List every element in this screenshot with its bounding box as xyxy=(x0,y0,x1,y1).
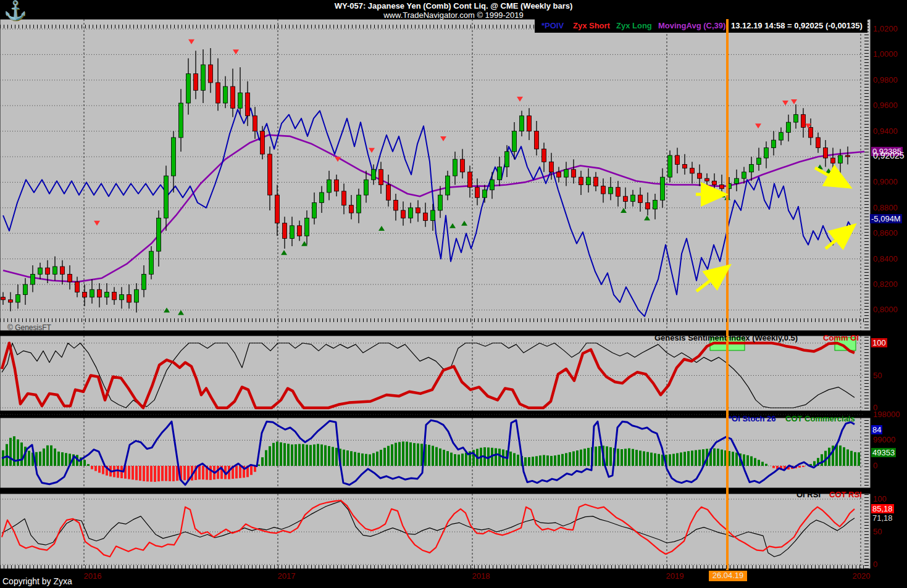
oi-stoch-axis-label: 198000 xyxy=(873,410,900,419)
legend-quote: 13.12.19 14:58 = 0,92025 (-0,00135) xyxy=(731,21,863,30)
oi-rsi-title[interactable]: OI RSI xyxy=(796,490,821,499)
comm-oi-title[interactable]: Comm OI xyxy=(823,333,859,342)
year-label: 2020 xyxy=(843,571,880,581)
genesis-anchor-logo-icon: ⚓ xyxy=(4,0,27,21)
oi-stoch-title[interactable]: *OI Stoch 26 xyxy=(729,414,776,423)
price-axis-label: 0,9400 xyxy=(873,126,898,136)
cot-rsi-title[interactable]: COT RSI xyxy=(829,490,862,499)
oi-stoch-axis-label: 99000 xyxy=(873,435,895,444)
sentiment-axis-badge: 100 xyxy=(871,338,887,347)
sentiment-axis-label: 50 xyxy=(873,371,882,380)
price-axis-label: 0,8800 xyxy=(873,203,898,212)
price-axis-label: 0,9000 xyxy=(873,177,898,186)
price-axis-label: 0,9600 xyxy=(873,101,898,110)
trade-navigator-window: { "header": { "title": "WY-057: Japanese… xyxy=(0,0,907,588)
main-bottom-tick-strip xyxy=(0,318,864,322)
cot-commercials-title[interactable]: COT Commercials xyxy=(785,414,855,423)
chart-canvas[interactable] xyxy=(0,0,907,588)
rsi-axis-label: 0 xyxy=(873,560,877,569)
legend-zyx-short[interactable]: Zyx Short xyxy=(573,21,610,30)
oi-stoch-badge: 49353 xyxy=(871,448,896,457)
price-axis-label: 1,0000 xyxy=(873,49,898,59)
selected-date-badge[interactable]: 26.04.19 xyxy=(709,571,747,581)
year-label: 2016 xyxy=(74,571,111,581)
rsi-value-badge: 85,18 xyxy=(871,504,894,513)
legend-zyx-long[interactable]: Zyx Long xyxy=(616,21,652,30)
rsi-axis-label: 100 xyxy=(873,494,887,503)
price-axis-label: 0,8200 xyxy=(873,280,898,289)
sentiment-panel-title[interactable]: Genesis Sentiment Index (Weekly,0.5) xyxy=(654,333,798,342)
oi-stoch-badge: 84 xyxy=(871,425,882,434)
year-label: 2019 xyxy=(656,571,693,581)
genesisft-watermark: © GenesisFT xyxy=(7,323,51,332)
price-axis-label: 0,9800 xyxy=(873,75,898,85)
page-title: WY-057: Japanese Yen (Comb) Cont Liq. @ … xyxy=(0,1,907,10)
price-axis-label: 0,8400 xyxy=(873,254,898,263)
legend-poiv[interactable]: *POIV xyxy=(541,21,564,30)
year-label: 2018 xyxy=(462,571,499,581)
rsi-value-badge: 71,18 xyxy=(871,513,894,523)
rsi-axis-label: 50 xyxy=(873,527,882,536)
price-axis-label: 0,8000 xyxy=(873,305,898,314)
legend-moving-avg[interactable]: MovingAvg (C,39) xyxy=(658,21,725,30)
price-axis-label: 1,0200 xyxy=(873,24,898,33)
oi-stoch-axis-label: 0 xyxy=(873,461,877,470)
x-axis-tick-strip xyxy=(0,565,864,569)
page-subtitle: www.TradeNavigator.com © 1999-2019 xyxy=(0,10,907,20)
price-axis-tick-strip xyxy=(864,19,869,569)
poiv-value-badge: -5,094M xyxy=(870,214,902,223)
year-label: 2017 xyxy=(268,571,305,581)
selected-date-cursor-top[interactable] xyxy=(726,19,729,33)
last-price-label: 0,92025 xyxy=(872,151,906,160)
price-axis-label: 0,8600 xyxy=(873,228,898,238)
copyright: Copyright by Zyxa xyxy=(2,576,72,586)
